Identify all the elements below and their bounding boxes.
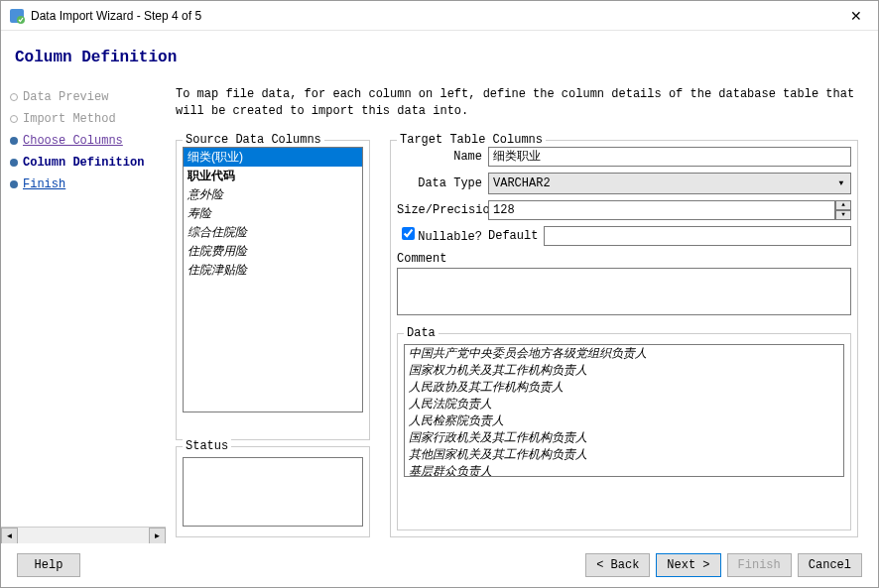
data-preview-item: 国家权力机关及其工作机构负责人 (405, 362, 843, 379)
source-column-item[interactable]: 意外险 (184, 185, 362, 204)
spin-up-icon[interactable]: ▲ (835, 200, 851, 210)
content: Data PreviewImport MethodChoose ColumnsC… (1, 80, 878, 543)
cancel-button[interactable]: Cancel (798, 553, 862, 577)
data-preview-list[interactable]: 中国共产党中央委员会地方各级党组织负责人国家权力机关及其工作机构负责人人民政协及… (404, 344, 844, 477)
source-column-item[interactable]: 职业代码 (184, 167, 362, 185)
datatype-select[interactable] (488, 173, 851, 194)
page-title: Column Definition (15, 49, 864, 66)
titlebar: Data Import Wizard - Step 4 of 5 ✕ (1, 1, 878, 31)
source-columns-list[interactable]: 细类(职业)职业代码意外险寿险综合住院险住院费用险住院津贴险 (183, 147, 363, 412)
source-column-item[interactable]: 综合住院险 (184, 223, 362, 242)
name-label: Name (397, 150, 488, 164)
scroll-left-icon[interactable]: ◄ (1, 528, 18, 543)
source-column-item[interactable]: 寿险 (184, 204, 362, 223)
wizard-step[interactable]: Finish (5, 174, 166, 195)
wizard-step: Data Preview (5, 86, 166, 108)
comment-textarea[interactable] (397, 268, 851, 315)
target-columns-fieldset: Target Table Columns Name Data Type ▼ (390, 140, 858, 537)
intro-text: To map file data, for each column on lef… (176, 86, 858, 120)
default-label: Default (488, 229, 544, 243)
wizard-step: Column Definition (5, 152, 166, 174)
step-label: Data Preview (23, 90, 108, 104)
source-column-item[interactable]: 住院津贴险 (184, 261, 362, 280)
default-input[interactable] (544, 226, 851, 246)
target-columns-legend: Target Table Columns (397, 134, 546, 147)
step-marker-icon (5, 180, 23, 188)
data-preview-item: 基层群众负责人 (405, 463, 843, 477)
name-input[interactable] (488, 147, 851, 167)
window-title: Data Import Wizard - Step 4 of 5 (31, 9, 842, 23)
step-marker-icon (5, 137, 23, 145)
back-button[interactable]: < Back (585, 553, 650, 577)
close-icon[interactable]: ✕ (842, 4, 870, 28)
source-columns-fieldset: Source Data Columns 细类(职业)职业代码意外险寿险综合住院险… (176, 140, 370, 440)
status-box (183, 457, 363, 527)
source-column-item[interactable]: 细类(职业) (184, 148, 362, 167)
nullable-checkbox[interactable] (402, 227, 415, 240)
comment-label: Comment (397, 252, 851, 266)
step-marker-icon (5, 93, 23, 101)
source-column-item[interactable]: 住院费用险 (184, 242, 362, 261)
finish-button[interactable]: Finish (727, 553, 792, 577)
app-icon (9, 8, 25, 24)
size-input[interactable] (488, 200, 835, 220)
status-legend: Status (183, 439, 231, 453)
wizard-steps: Data PreviewImport MethodChoose ColumnsC… (1, 80, 166, 543)
size-label: Size/Precision (397, 203, 488, 217)
wizard-step[interactable]: Choose Columns (5, 130, 166, 152)
scroll-right-icon[interactable]: ► (149, 528, 166, 543)
step-marker-icon (5, 159, 23, 167)
data-legend: Data (404, 326, 439, 340)
data-preview-item: 中国共产党中央委员会地方各级党组织负责人 (405, 345, 843, 362)
step-label: Column Definition (23, 156, 144, 170)
next-button[interactable]: Next > (656, 553, 720, 577)
data-fieldset: Data 中国共产党中央委员会地方各级党组织负责人国家权力机关及其工作机构负责人… (397, 333, 851, 530)
data-preview-item: 人民政协及其工作机构负责人 (405, 379, 843, 396)
footer: Help < Back Next > Finish Cancel (1, 543, 878, 587)
step-marker-icon (5, 115, 23, 123)
data-preview-item: 国家行政机关及其工作机构负责人 (405, 429, 843, 446)
step-label[interactable]: Choose Columns (23, 134, 123, 148)
data-preview-item: 人民检察院负责人 (405, 412, 843, 429)
data-preview-item: 人民法院负责人 (405, 396, 843, 412)
sidebar-scrollbar[interactable]: ◄ ► (1, 527, 166, 543)
step-label[interactable]: Finish (23, 177, 65, 191)
header: Column Definition (1, 31, 878, 80)
status-fieldset: Status (176, 446, 370, 537)
main-panel: To map file data, for each column on lef… (166, 80, 878, 543)
wizard-step: Import Method (5, 108, 166, 130)
step-label: Import Method (23, 112, 116, 126)
datatype-label: Data Type (397, 176, 488, 190)
data-preview-item: 其他国家机关及其工作机构负责人 (405, 446, 843, 463)
source-columns-legend: Source Data Columns (183, 134, 324, 147)
help-button[interactable]: Help (17, 553, 80, 577)
wizard-window: Data Import Wizard - Step 4 of 5 ✕ Colum… (0, 0, 879, 588)
spin-down-icon[interactable]: ▼ (835, 210, 851, 220)
nullable-label: Nullable? (418, 230, 482, 244)
nullable-cell: Nullable? (397, 227, 488, 244)
